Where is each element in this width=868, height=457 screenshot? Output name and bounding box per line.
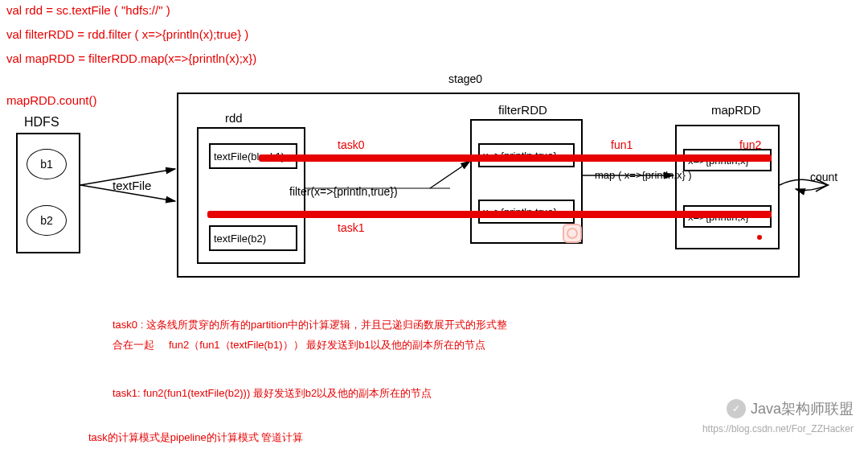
maprdd-group xyxy=(675,125,780,249)
note-task1: task1: fun2(fun1(textFile(b2))) 最好发送到b2以… xyxy=(113,386,432,401)
code-line-2: val filterRDD = rdd.filter ( x=>{println… xyxy=(6,27,248,41)
filter-expr: filter(x=>{println,true}) xyxy=(289,185,398,198)
note-task0-b: 合在一起 xyxy=(113,338,154,352)
rdd-partition-2: textFile(b2) xyxy=(209,225,297,251)
watermark-logo-text: Java架构师联盟 xyxy=(751,399,854,418)
maprdd-title: mapRDD xyxy=(711,103,761,117)
note-task0-a: task0 : 这条线所贯穿的所有的partition中的计算逻辑，并且已递归函… xyxy=(113,318,507,332)
textfile-label: textFile xyxy=(113,179,151,192)
block-b2: b2 xyxy=(27,205,67,236)
wechat-icon: ✓ xyxy=(727,399,746,418)
code-line-1: val rdd = sc.textFile ( "hdfs://" ) xyxy=(6,3,170,17)
hdfs-title: HDFS xyxy=(24,115,59,130)
task1-label: task1 xyxy=(338,221,364,234)
count-label: count xyxy=(810,171,837,183)
fun1-label: fun1 xyxy=(611,138,633,151)
note-task0-c: fun2（fun1（textFile(b1)）） 最好发送到b1以及他的副本所在… xyxy=(169,338,485,352)
watermark-url: https://blog.csdn.net/For_ZZHacker xyxy=(702,423,854,434)
fun2-label: fun2 xyxy=(739,138,761,151)
note-pipeline: task的计算模式是pipeline的计算模式 管道计算 xyxy=(88,430,303,445)
code-line-4: mapRDD.count() xyxy=(6,93,97,107)
task0-label: task0 xyxy=(338,138,364,151)
task0-bar xyxy=(259,154,772,162)
code-line-3: val mapRDD = filterRDD.map(x=>{println(x… xyxy=(6,51,256,65)
watermark-logo: ✓ Java架构师联盟 xyxy=(727,399,854,418)
task1-bar xyxy=(207,211,772,218)
rdd-title: rdd xyxy=(225,111,243,125)
dot-icon xyxy=(757,235,762,240)
block-b1: b1 xyxy=(27,149,67,179)
map-expr: map ( x=>{println,x} ) xyxy=(595,169,692,181)
magnifier-icon xyxy=(563,224,582,243)
filterrdd-title: filterRDD xyxy=(498,103,547,117)
stage-label: stage0 xyxy=(448,72,482,85)
